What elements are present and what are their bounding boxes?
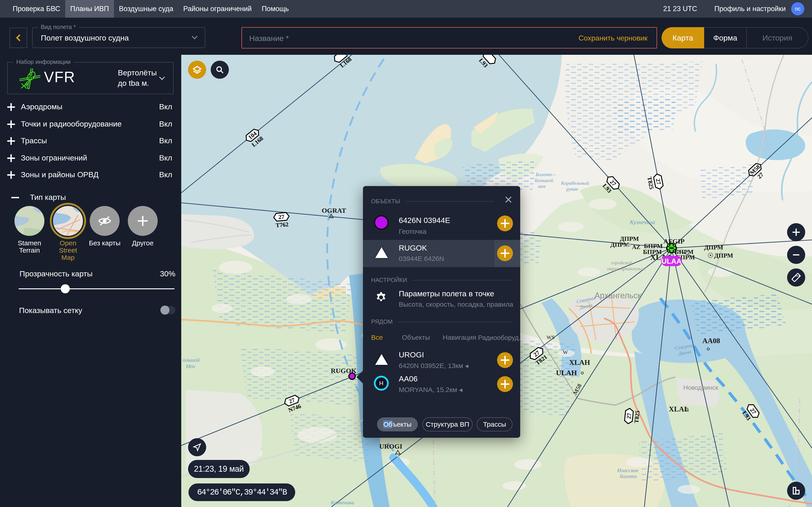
- svg-text:округ Архангельск: округ Архангельск: [607, 266, 646, 271]
- svg-text:Архангельск: Архангельск: [595, 291, 641, 300]
- svg-text:Болото—: Болото—: [536, 172, 556, 177]
- svg-text:Кузнечика: Кузнечика: [331, 500, 354, 505]
- svg-text:27: 27: [278, 214, 285, 220]
- svg-text:AZ: AZ: [632, 244, 640, 250]
- svg-text:XLAH: XLAH: [569, 358, 590, 367]
- svg-text:27: 27: [625, 413, 633, 419]
- svg-text:ULAH: ULAH: [556, 369, 577, 377]
- svg-text:27: 27: [655, 178, 662, 185]
- svg-text:OGRAT: OGRAT: [322, 207, 346, 214]
- svg-text:болото: болото: [620, 473, 637, 479]
- svg-text:Корабельный: Корабельный: [561, 180, 589, 186]
- svg-text:ДПРМ: ДПРМ: [610, 241, 629, 248]
- svg-text:ULAA: ULAA: [662, 257, 682, 265]
- svg-text:БПРМ: БПРМ: [643, 248, 662, 255]
- svg-text:Иласское: Иласское: [617, 467, 639, 473]
- svg-text:ДПРМ: ДПРМ: [714, 252, 733, 259]
- svg-text:UROGI: UROGI: [379, 443, 402, 450]
- svg-text:WS: WS: [547, 334, 555, 340]
- svg-text:Новодвинск: Новодвинск: [683, 384, 718, 391]
- svg-text:городской: городской: [611, 260, 632, 266]
- svg-text:AA08: AA08: [702, 337, 720, 345]
- svg-text:Большой: Большой: [535, 177, 553, 183]
- svg-text:T762: T762: [275, 221, 289, 229]
- svg-text:рукав: рукав: [566, 186, 578, 192]
- svg-text:ДПРМ: ДПРМ: [704, 244, 723, 251]
- svg-text:ольшой: ольшой: [183, 357, 200, 363]
- svg-text:W: W: [563, 349, 568, 355]
- svg-text:мох: мох: [538, 183, 546, 189]
- svg-text:Кузнечиха: Кузнечиха: [629, 219, 655, 225]
- svg-text:Мох: Мох: [186, 363, 195, 369]
- svg-text:T825: T825: [633, 410, 641, 424]
